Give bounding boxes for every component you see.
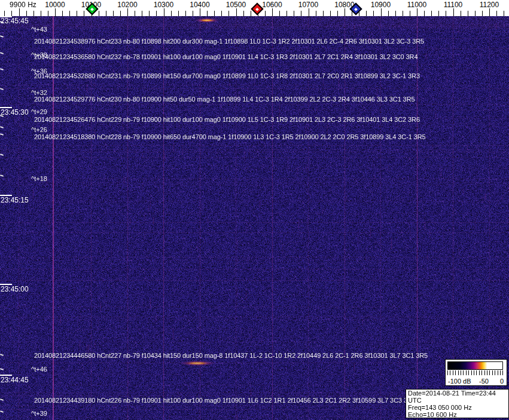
event-marker: ^t+39: [31, 410, 47, 417]
axis-tick: [55, 8, 56, 16]
axis-tick: [496, 11, 497, 16]
axis-tick: [330, 11, 331, 16]
colorbar-gradient: [447, 361, 503, 370]
axis-tick-label: 10300: [154, 1, 173, 9]
event-data-line: 20140821234529776 hCnt230 nb-80 f10900 h…: [34, 96, 415, 103]
freq-marker-red[interactable]: [251, 2, 263, 15]
axis-tick-label: 10400: [190, 1, 209, 9]
info-frequency: Freq=143 050 000 Hz: [408, 404, 508, 411]
axis-tick: [251, 11, 251, 16]
axis-tick: [164, 8, 164, 16]
axis-tick: [323, 11, 324, 16]
axis-tick-label: 11000: [407, 1, 426, 9]
axis-tick: [178, 11, 179, 16]
axis-tick: [171, 11, 172, 16]
axis-tick: [417, 8, 417, 16]
axis-tick: [243, 11, 244, 16]
frequency-axis: 9900 Hz100001010010200103001040010500106…: [0, 0, 509, 16]
event-data-line: 20140821234446580 hCnt227 nb-79 f10434 h…: [34, 352, 428, 359]
time-label: 23:45:15: [1, 196, 29, 204]
axis-tick-label: 11200: [480, 1, 499, 9]
axis-tick: [33, 11, 34, 16]
axis-tick-label: 9900 Hz: [10, 1, 36, 9]
axis-tick-label: 10700: [298, 1, 318, 9]
marker-center-dot: [354, 7, 358, 11]
event-data-line: 20140821234526476 hCnt229 nb-79 f10900 h…: [34, 116, 420, 123]
info-echo: Echo=10 600 Hz: [408, 411, 508, 418]
info-date-time: Date=2014-08-21 Time=23:44 UTC: [408, 390, 508, 404]
axis-tick: [410, 11, 410, 16]
axis-tick: [99, 11, 99, 16]
event-marker: ^t+26: [31, 126, 47, 133]
colorbar-ticks: [447, 370, 504, 375]
axis-tick: [149, 11, 150, 16]
axis-tick: [337, 11, 338, 16]
axis-tick: [446, 11, 446, 16]
time-label: 23:45:45: [1, 17, 29, 25]
axis-tick: [84, 11, 84, 16]
axis-tick: [62, 11, 63, 16]
axis-tick: [48, 11, 48, 16]
axis-tick: [113, 11, 114, 16]
info-box: Date=2014-08-21 Time=23:44 UTC Freq=143 …: [406, 389, 509, 418]
axis-tick: [272, 8, 273, 16]
axis-tick: [228, 11, 229, 16]
axis-tick: [345, 8, 345, 16]
time-label: 23:45:30: [1, 108, 29, 117]
axis-tick: [431, 11, 432, 16]
axis-tick: [142, 11, 142, 16]
axis-tick: [19, 8, 20, 16]
axis-tick: [453, 8, 454, 16]
axis-tick-label: 10000: [45, 1, 65, 9]
event-marker: ^t+29: [31, 108, 47, 115]
axis-tick: [461, 11, 461, 16]
axis-tick: [468, 11, 468, 16]
event-data-line: 20140821234518380 hCnt228 nb-79 f10900 h…: [34, 133, 426, 140]
axis-tick: [11, 11, 12, 16]
axis-tick: [403, 11, 403, 16]
axis-tick: [127, 8, 128, 16]
axis-tick: [388, 11, 389, 16]
axis-tick: [26, 11, 27, 16]
axis-tick: [309, 8, 309, 16]
axis-tick: [214, 11, 215, 16]
axis-tick: [475, 11, 476, 16]
axis-tick: [236, 8, 237, 16]
event-data-line: 20140821234532880 hCnt231 nb-79 f10899 h…: [34, 72, 420, 79]
axis-tick: [41, 11, 41, 16]
axis-tick: [316, 11, 316, 16]
axis-tick: [4, 11, 5, 16]
event-marker: ^t+43: [31, 26, 47, 33]
axis-tick: [286, 11, 287, 16]
event-data-line: 20140821234439180 hCnt226 nb-79 f10901 h…: [34, 397, 416, 404]
axis-tick: [265, 11, 266, 16]
event-data-line: 20140821234538976 hCnt233 nb-80 f10898 h…: [34, 38, 424, 45]
axis-tick-label: 10600: [262, 1, 282, 9]
axis-tick: [424, 11, 425, 16]
axis-tick: [207, 11, 208, 16]
marker-center-dot: [90, 7, 94, 11]
axis-tick: [120, 11, 121, 16]
axis-tick: [366, 11, 367, 16]
axis-tick-label: 10200: [117, 1, 137, 9]
axis-tick: [301, 11, 301, 16]
event-marker: ^t+46: [31, 366, 47, 373]
time-label: 23:45:00: [1, 285, 29, 293]
axis-tick: [279, 11, 280, 16]
colorbar-label-min: -100 dB: [448, 378, 471, 385]
axis-tick: [221, 11, 222, 16]
axis-tick: [106, 11, 106, 16]
axis-tick: [185, 11, 186, 16]
axis-tick: [381, 8, 382, 16]
axis-tick: [200, 8, 200, 16]
axis-tick: [395, 11, 396, 16]
axis-tick: [193, 11, 193, 16]
axis-tick-label: 10900: [371, 1, 391, 9]
event-data-line: 20140821234536580 hCnt232 nb-78 f10901 h…: [34, 53, 417, 60]
axis-tick: [156, 11, 157, 16]
axis-tick: [77, 11, 77, 16]
axis-tick: [373, 11, 374, 16]
axis-tick-label: 11100: [444, 1, 463, 9]
axis-tick: [294, 11, 294, 16]
axis-tick: [489, 8, 490, 16]
